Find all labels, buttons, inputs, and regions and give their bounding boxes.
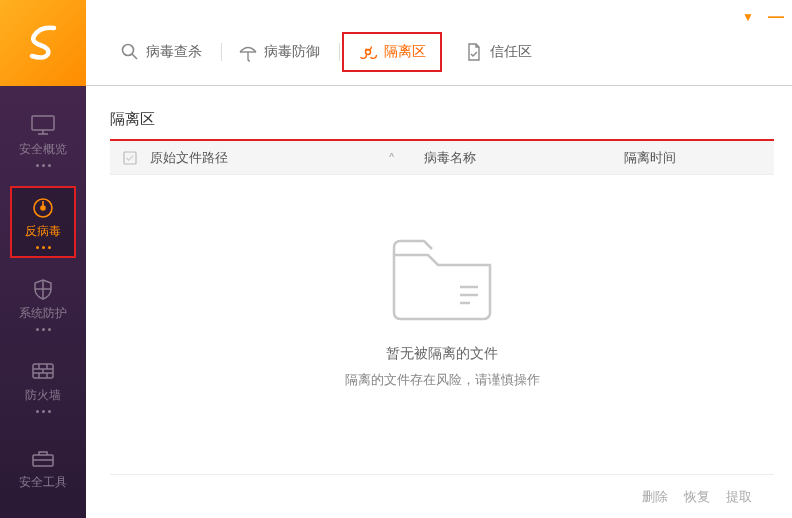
firewall-icon (29, 359, 57, 383)
app-window: 安全概览 反病毒 系统防护 (0, 0, 792, 518)
col-virus-name[interactable]: 病毒名称 (424, 149, 624, 167)
sidebar-item-label: 系统防护 (19, 305, 67, 322)
minimize-button[interactable]: — (768, 8, 784, 26)
svg-rect-0 (32, 116, 54, 130)
tab-label: 病毒防御 (264, 43, 320, 61)
search-icon (120, 42, 140, 62)
table-header: 原始文件路径 ^ 病毒名称 隔离时间 (110, 141, 774, 175)
panel-title: 隔离区 (110, 110, 774, 139)
extract-button[interactable]: 提取 (726, 488, 752, 506)
dots-icon (36, 164, 51, 167)
svg-rect-26 (124, 152, 136, 164)
empty-subtitle: 隔离的文件存在风险，请谨慎操作 (345, 371, 540, 389)
sidebar-item-overview[interactable]: 安全概览 (10, 104, 76, 176)
sidebar-item-system-protect[interactable]: 系统防护 (10, 268, 76, 340)
sidebar-item-label: 反病毒 (25, 223, 61, 240)
tab-trust-zone[interactable]: 信任区 (450, 34, 546, 70)
sort-icon: ^ (389, 152, 394, 163)
col-quarantine-time[interactable]: 隔离时间 (624, 149, 774, 167)
delete-button[interactable]: 删除 (642, 488, 668, 506)
dots-icon (36, 410, 51, 413)
tab-quarantine[interactable]: 隔离区 (342, 32, 442, 72)
action-bar: 删除 恢复 提取 (110, 474, 774, 518)
sidebar-item-label: 安全工具 (19, 474, 67, 491)
shield-icon (29, 277, 57, 301)
sidebar-item-label: 防火墙 (25, 387, 61, 404)
gauge-icon (29, 195, 57, 219)
svg-point-18 (123, 44, 134, 55)
sidebar-item-label: 安全概览 (19, 141, 67, 158)
empty-title: 暂无被隔离的文件 (386, 345, 498, 363)
folder-empty-icon (382, 225, 502, 325)
col-label: 原始文件路径 (150, 149, 228, 167)
tab-label: 病毒查杀 (146, 43, 202, 61)
col-label: 隔离时间 (624, 150, 676, 165)
svg-point-4 (41, 206, 45, 210)
col-label: 病毒名称 (424, 150, 476, 165)
restore-button[interactable]: 恢复 (684, 488, 710, 506)
logo (0, 0, 86, 86)
select-all-checkbox[interactable] (110, 151, 150, 165)
sidebar-item-antivirus[interactable]: 反病毒 (10, 186, 76, 258)
tab-label: 信任区 (490, 43, 532, 61)
tab-virus-defense[interactable]: 病毒防御 (224, 34, 334, 70)
divider (221, 43, 222, 61)
top-tabs: 病毒查杀 病毒防御 隔离区 信任区 (86, 0, 792, 86)
sidebar-item-tools[interactable]: 安全工具 (10, 432, 76, 504)
biohazard-icon (358, 42, 378, 62)
col-original-path[interactable]: 原始文件路径 ^ (150, 149, 424, 167)
menu-dropdown-button[interactable]: ▼ (742, 10, 754, 24)
quarantine-panel: 隔离区 原始文件路径 ^ 病毒名称 隔离时间 (86, 86, 792, 518)
monitor-icon (29, 113, 57, 137)
doc-check-icon (464, 42, 484, 62)
divider (339, 43, 340, 61)
sidebar-item-firewall[interactable]: 防火墙 (10, 350, 76, 422)
sidebar-nav: 安全概览 反病毒 系统防护 (10, 86, 76, 518)
window-controls: ▼ — (742, 8, 784, 26)
tab-label: 隔离区 (384, 43, 426, 61)
toolbox-icon (29, 446, 57, 470)
dots-icon (36, 246, 51, 249)
tab-virus-scan[interactable]: 病毒查杀 (106, 34, 216, 70)
logo-s-icon (20, 20, 66, 66)
main-area: ▼ — 病毒查杀 病毒防御 隔离区 (86, 0, 792, 518)
sidebar: 安全概览 反病毒 系统防护 (0, 0, 86, 518)
empty-state: 暂无被隔离的文件 隔离的文件存在风险，请谨慎操作 (110, 175, 774, 474)
umbrella-icon (238, 42, 258, 62)
dots-icon (36, 328, 51, 331)
svg-line-19 (132, 54, 137, 59)
